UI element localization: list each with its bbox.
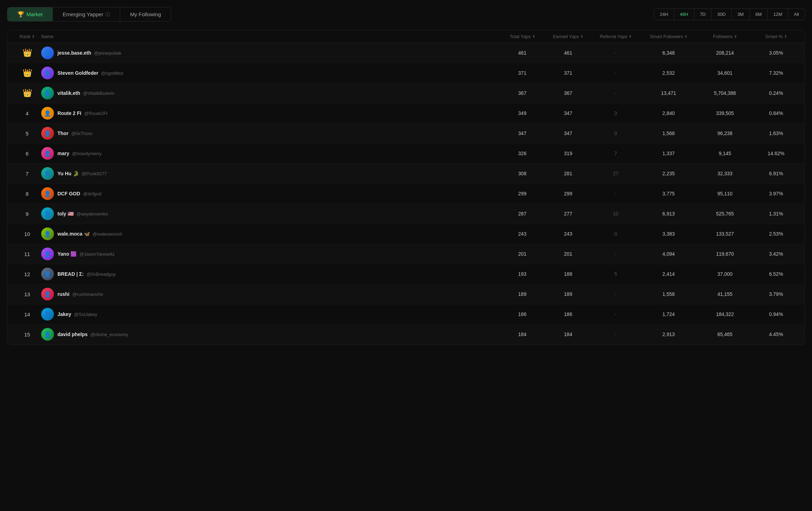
referral-yaps-cell: 7 [591, 151, 640, 156]
user-handle: @waleswoosh [93, 231, 122, 237]
time-btn-6m[interactable]: 6M [750, 9, 768, 20]
referral-yaps-cell: 27 [591, 171, 640, 176]
rank-cell: 13 [13, 291, 41, 297]
smart-pct-cell: 3.05% [753, 50, 799, 56]
table-row[interactable]: 8 👤 DCF GOD @dcfgod 299 299 - 3,775 95,1… [7, 184, 805, 204]
table-row[interactable]: 7 👤 Yu Hu 🐊 @Punk9277 308 281 27 2,235 3… [7, 164, 805, 184]
referral-yaps-cell: - [591, 251, 640, 257]
rank-cell: 14 [13, 311, 41, 317]
table-row[interactable]: 6 👤 mary @howdymerry 326 319 7 1,337 9,1… [7, 144, 805, 164]
name-cell: 👤 Steven Goldfeder @sgoldfed [41, 67, 499, 79]
tab-following-label: My Following [130, 11, 161, 17]
followers-cell: 525,765 [697, 211, 753, 217]
smart-followers-cell: 2,840 [640, 110, 697, 116]
time-btn-7d[interactable]: 7D [694, 9, 712, 20]
name-cell: 👤 BREAD | Σ: @0xBreadguy [41, 268, 499, 280]
table-row[interactable]: 14 👤 Jakey @SolJakey 186 186 - 1,724 184… [7, 304, 805, 324]
time-btn-3m[interactable]: 3M [732, 9, 750, 20]
rank-cell: 12 [13, 271, 41, 277]
rank-number: 6 [26, 151, 29, 157]
col-total-yaps[interactable]: Total Yaps ⬍ [499, 34, 545, 39]
rank-cell: 8 [13, 191, 41, 197]
name-cell: 👤 Route 2 FI @Route2FI [41, 107, 499, 120]
table-row[interactable]: 11 👤 Yano 🟪 @JasonYanowitz 201 201 - 4,0… [7, 244, 805, 264]
name-info: Route 2 FI @Route2FI [57, 110, 107, 116]
rank-number: 5 [26, 130, 29, 136]
col-smart-pct[interactable]: Smart % ⬍ [753, 34, 799, 39]
earned-yaps-cell: 201 [545, 251, 591, 257]
rank-cell: 👑 [13, 68, 41, 78]
name-cell: 👤 DCF GOD @dcfgod [41, 187, 499, 200]
referral-yaps-cell: - [591, 331, 640, 337]
rank-number: 14 [24, 311, 30, 317]
table-row[interactable]: 👑 👤 Steven Goldfeder @sgoldfed 371 371 -… [7, 63, 805, 83]
earned-yaps-cell: 461 [545, 50, 591, 56]
table-row[interactable]: 5 👤 Thor @0xThoor 347 347 0 1,568 96,238… [7, 123, 805, 144]
avatar: 👤 [41, 308, 54, 321]
rank-cell: 15 [13, 331, 41, 337]
crown-icon: 👑 [23, 68, 32, 78]
time-btn-48h[interactable]: 48H [674, 9, 694, 20]
col-earned-yaps[interactable]: Earned Yaps ⬍ [545, 34, 591, 39]
name-info: jesse.base.eth @jessepollak [57, 50, 121, 56]
earned-yaps-cell: 243 [545, 231, 591, 237]
info-icon: ⓘ [105, 11, 110, 18]
followers-cell: 208,214 [697, 50, 753, 56]
name-cell: 👤 wale.moca 🦋 @waleswoosh [41, 227, 499, 240]
col-referral-yaps[interactable]: Referral Yaps ⬍ [591, 34, 640, 39]
time-filter-group: 24H 48H 7D 30D 3M 6M 12M All [654, 8, 805, 20]
user-name: rushi [57, 291, 69, 297]
name-info: david phelps @divine_economy [57, 331, 128, 337]
user-name: toly 🇺🇸 [57, 211, 74, 217]
smart-followers-cell: 2,532 [640, 70, 697, 76]
table-row[interactable]: 👑 👤 jesse.base.eth @jessepollak 461 461 … [7, 43, 805, 63]
rank-cell: 4 [13, 110, 41, 116]
table-row[interactable]: 10 👤 wale.moca 🦋 @waleswoosh 243 243 0 3… [7, 224, 805, 244]
tab-market[interactable]: 🏆 Market [7, 7, 53, 21]
user-handle: @JasonYanowitz [79, 251, 115, 257]
earned-yaps-cell: 277 [545, 211, 591, 217]
name-cell: 👤 rushi @rushimanche [41, 288, 499, 300]
referral-yaps-cell: 0 [591, 231, 640, 237]
smart-pct-cell: 14.62% [753, 151, 799, 156]
avatar: 👤 [41, 248, 54, 260]
user-handle: @SolJakey [74, 312, 97, 317]
total-yaps-cell: 371 [499, 70, 545, 76]
name-info: wale.moca 🦋 @waleswoosh [57, 231, 122, 237]
rank-cell: 11 [13, 251, 41, 257]
total-yaps-cell: 349 [499, 110, 545, 116]
followers-cell: 133,527 [697, 231, 753, 237]
time-btn-30d[interactable]: 30D [712, 9, 732, 20]
smart-followers-cell: 1,558 [640, 291, 697, 297]
avatar: 👤 [41, 87, 54, 99]
followers-cell: 37,000 [697, 271, 753, 277]
tab-following[interactable]: My Following [120, 7, 171, 21]
time-btn-24h[interactable]: 24H [654, 9, 674, 20]
col-rank[interactable]: Rank ⬍ [13, 34, 41, 39]
followers-cell: 9,145 [697, 151, 753, 156]
table-row[interactable]: 12 👤 BREAD | Σ: @0xBreadguy 193 188 5 2,… [7, 264, 805, 284]
table-row[interactable]: 15 👤 david phelps @divine_economy 184 18… [7, 324, 805, 345]
table-row[interactable]: 4 👤 Route 2 FI @Route2FI 349 347 3 2,840… [7, 103, 805, 123]
col-followers[interactable]: Followers ⬍ [697, 34, 753, 39]
sort-smart-pct-icon: ⬍ [784, 35, 787, 38]
rank-number: 7 [26, 171, 29, 177]
smart-followers-cell: 1,337 [640, 151, 697, 156]
rank-cell: 👑 [13, 48, 41, 57]
time-btn-12m[interactable]: 12M [768, 9, 788, 20]
earned-yaps-cell: 319 [545, 151, 591, 156]
rank-cell: 👑 [13, 89, 41, 98]
smart-pct-cell: 7.32% [753, 70, 799, 76]
earned-yaps-cell: 281 [545, 171, 591, 176]
tab-emerging[interactable]: Emerging Yapper ⓘ [53, 7, 120, 21]
user-name: Yano 🟪 [57, 251, 76, 257]
table-row[interactable]: 👑 👤 vitalik.eth @VitalikButerin 367 367 … [7, 83, 805, 103]
followers-cell: 96,238 [697, 130, 753, 136]
col-smart-followers[interactable]: Smart Followers ⬍ [640, 34, 697, 39]
table-row[interactable]: 9 👤 toly 🇺🇸 @aeyakovenko 287 277 10 6,91… [7, 204, 805, 224]
table-row[interactable]: 13 👤 rushi @rushimanche 189 189 - 1,558 … [7, 284, 805, 304]
earned-yaps-cell: 371 [545, 70, 591, 76]
total-yaps-cell: 367 [499, 90, 545, 96]
user-name: Route 2 FI [57, 110, 81, 116]
time-btn-all[interactable]: All [788, 9, 805, 20]
